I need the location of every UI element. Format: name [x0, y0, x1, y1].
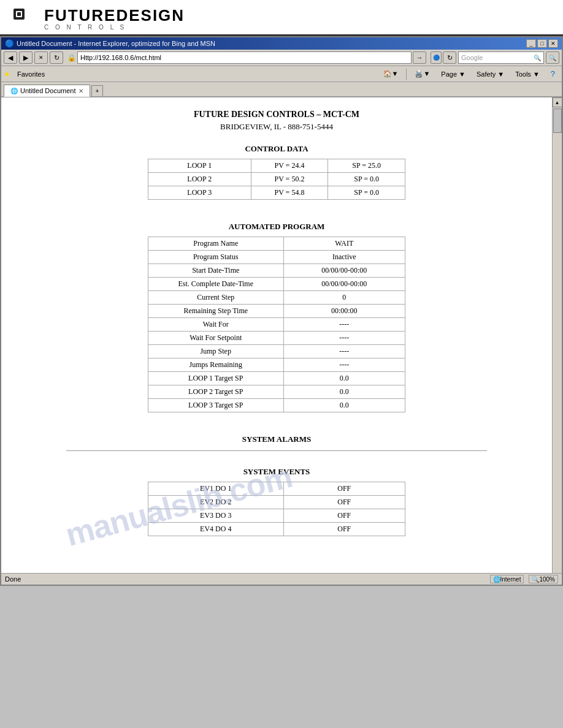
- address-bar[interactable]: Http://192.168.0.6/mct.html: [77, 51, 412, 64]
- svg-rect-3: [17, 12, 21, 16]
- event-value: OFF: [283, 509, 405, 523]
- refresh-button[interactable]: ↻: [50, 51, 63, 64]
- sp-value: SP = 25.0: [328, 159, 405, 173]
- pv-value: PV = 50.2: [251, 173, 328, 186]
- page-subtitle: BRIDGEVIEW, IL - 888-751-5444: [13, 122, 540, 132]
- window-controls: _ □ ✕: [526, 39, 558, 48]
- logo-icon: [12, 6, 37, 31]
- program-value: ----: [283, 332, 405, 345]
- tab-new[interactable]: +: [91, 85, 104, 96]
- pv-value: PV = 24.4: [251, 159, 328, 173]
- close-button[interactable]: ✕: [548, 39, 558, 48]
- control-data-row: LOOP 3 PV = 54.8 SP = 0.0: [148, 186, 405, 200]
- program-value: WAIT: [283, 237, 405, 251]
- event-row: EV2 DO 2 OFF: [148, 496, 405, 509]
- scrollbar[interactable]: ▲: [552, 97, 562, 573]
- program-value: 00/00/00-00:00: [283, 278, 405, 291]
- program-value: ----: [283, 358, 405, 372]
- automated-program-table: Program Name WAIT Program Status Inactiv…: [148, 237, 405, 412]
- go-button[interactable]: →: [413, 51, 426, 64]
- tab-untitled[interactable]: 🌐 Untitled Document ✕: [4, 85, 90, 97]
- loop-label: LOOP 1: [148, 159, 251, 173]
- event-row: EV4 DO 4 OFF: [148, 523, 405, 536]
- program-label: Wait For Setpoint: [148, 332, 284, 345]
- scroll-up-button[interactable]: ▲: [553, 97, 562, 107]
- bing-button[interactable]: 🔵: [431, 51, 442, 64]
- control-data-row: LOOP 2 PV = 50.2 SP = 0.0: [148, 173, 405, 186]
- automated-row: Est. Complete Date-Time 00/00/00-00:00: [148, 278, 405, 291]
- system-alarms-title: SYSTEM ALARMS: [13, 434, 540, 444]
- address-text: Http://192.168.0.6/mct.html: [80, 54, 161, 61]
- page-button[interactable]: Page ▼: [437, 69, 470, 80]
- protected-mode-icon: 🌐 Internet: [490, 575, 524, 583]
- program-value: 00:00:00: [283, 305, 405, 318]
- program-label: Remaining Step Time: [148, 305, 284, 318]
- minimize-button[interactable]: _: [526, 39, 536, 48]
- control-data-title: CONTROL DATA: [13, 144, 540, 154]
- page-scroll: FUTURE DESIGN CONTROLS – MCT-CM BRIDGEVI…: [1, 97, 552, 573]
- program-label: Est. Complete Date-Time: [148, 278, 284, 291]
- program-value: 00/00/00-00:00: [283, 264, 405, 278]
- program-label: Jumps Remaining: [148, 358, 284, 372]
- automated-row: Wait For Setpoint ----: [148, 332, 405, 345]
- event-value: OFF: [283, 523, 405, 536]
- scroll-thumb[interactable]: [553, 108, 562, 133]
- search-submit[interactable]: 🔍: [546, 51, 559, 64]
- pv-value: PV = 54.8: [251, 186, 328, 200]
- help-button[interactable]: ?: [546, 67, 559, 80]
- program-value: ----: [283, 345, 405, 358]
- favorites-button[interactable]: Favorites: [13, 69, 49, 80]
- event-value: OFF: [283, 482, 405, 496]
- status-right: 🌐 Internet 🔍 100%: [490, 575, 559, 583]
- program-value: 0.0: [283, 372, 405, 385]
- event-label: EV2 DO 2: [148, 496, 284, 509]
- maximize-button[interactable]: □: [537, 39, 547, 48]
- program-value: Inactive: [283, 251, 405, 264]
- automated-row: Current Step 0: [148, 291, 405, 305]
- status-bar: Done 🌐 Internet 🔍 100%: [1, 573, 562, 585]
- sp-value: SP = 0.0: [328, 186, 405, 200]
- event-label: EV1 DO 1: [148, 482, 284, 496]
- page-title: FUTURE DESIGN CONTROLS – MCT-CM: [13, 110, 540, 119]
- logo-text-group: FUTUREDESIGN C O N T R O L S: [44, 6, 185, 31]
- home-icon-btn[interactable]: 🏠▼: [379, 68, 403, 80]
- automated-row: Jump Step ----: [148, 345, 405, 358]
- forward-button[interactable]: ▶: [19, 51, 33, 64]
- automated-row: Start Date-Time 00/00/00-00:00: [148, 264, 405, 278]
- program-value: 0: [283, 291, 405, 305]
- program-label: Start Date-Time: [148, 264, 284, 278]
- search-text: Google: [461, 54, 483, 61]
- stop-button[interactable]: ✕: [34, 51, 48, 64]
- program-label: LOOP 1 Target SP: [148, 372, 284, 385]
- tab-label: Untitled Document: [20, 87, 76, 94]
- system-events-table: EV1 DO 1 OFF EV2 DO 2 OFF EV3 DO 3 OFF E…: [148, 482, 405, 536]
- program-label: Program Status: [148, 251, 284, 264]
- event-row: EV3 DO 3 OFF: [148, 509, 405, 523]
- program-label: Jump Step: [148, 345, 284, 358]
- system-events-title: SYSTEM EVENTS: [13, 467, 540, 477]
- automated-row: Program Status Inactive: [148, 251, 405, 264]
- zoom-icon[interactable]: 🔍 100%: [529, 575, 558, 583]
- alarms-divider: [66, 450, 487, 451]
- program-label: Current Step: [148, 291, 284, 305]
- tools-button[interactable]: Tools ▼: [511, 69, 544, 80]
- program-value: 0.0: [283, 385, 405, 399]
- refresh2-button[interactable]: ↻: [443, 51, 456, 64]
- search-icon[interactable]: 🔍: [534, 55, 541, 61]
- automated-row: LOOP 1 Target SP 0.0: [148, 372, 405, 385]
- browser-title: Untitled Document - Internet Explorer, o…: [17, 40, 215, 47]
- tab-bar: 🌐 Untitled Document ✕ +: [1, 82, 562, 97]
- sp-value: SP = 0.0: [328, 173, 405, 186]
- browser-nav: ◀ ▶ ✕ ↻ 🔒 Http://192.168.0.6/mct.html → …: [1, 50, 562, 66]
- safety-button[interactable]: Safety ▼: [472, 69, 508, 80]
- search-bar[interactable]: Google 🔍: [458, 51, 544, 64]
- logo-bar: FUTUREDESIGN C O N T R O L S: [0, 0, 563, 36]
- print-button[interactable]: 🖨️▼: [410, 68, 434, 80]
- program-label: LOOP 3 Target SP: [148, 399, 284, 412]
- back-button[interactable]: ◀: [4, 51, 17, 64]
- automated-row: LOOP 2 Target SP 0.0: [148, 385, 405, 399]
- automated-row: Remaining Step Time 00:00:00: [148, 305, 405, 318]
- tab-close-icon[interactable]: ✕: [79, 88, 83, 94]
- automated-row: Program Name WAIT: [148, 237, 405, 251]
- favorites-label: Favorites: [17, 70, 45, 78]
